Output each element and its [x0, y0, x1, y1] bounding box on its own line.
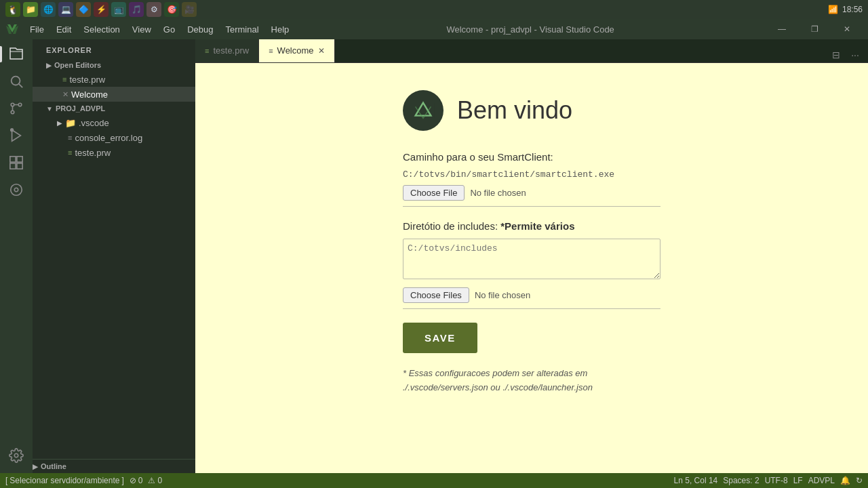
- taskbar-icon-7[interactable]: 📺: [111, 2, 126, 17]
- file-icon-console: ≡: [68, 134, 72, 142]
- explorer-activity-icon[interactable]: [4, 42, 28, 66]
- taskbar-icon-4[interactable]: 💻: [58, 2, 73, 17]
- svg-rect-8: [17, 157, 22, 162]
- eol-status[interactable]: LF: [793, 476, 803, 485]
- proj-advpl-section[interactable]: ▼ PROJ_ADVPL: [33, 102, 195, 115]
- window-title: Welcome - proj_advpl - Visual Studio Cod…: [296, 24, 765, 35]
- branch-status-item[interactable]: [ Selecionar servdidor/ambiente ]: [5, 476, 124, 485]
- tab-close-welcome[interactable]: ✕: [318, 46, 325, 56]
- menu-terminal[interactable]: Terminal: [220, 22, 264, 37]
- menu-help[interactable]: Help: [266, 22, 295, 37]
- sync-status[interactable]: ↻: [856, 476, 863, 485]
- activity-bar: [0, 39, 33, 473]
- position-status[interactable]: Ln 5, Col 14: [674, 476, 718, 485]
- menu-file[interactable]: File: [24, 22, 50, 37]
- error-status-item[interactable]: ⊘ 0: [130, 476, 143, 485]
- tab-icon-teste: ≡: [205, 47, 209, 55]
- os-time: 18:56: [842, 5, 863, 14]
- smartclient-no-file: No file chosen: [470, 188, 526, 198]
- maximize-button[interactable]: ❐: [799, 20, 830, 39]
- includes-divider: [403, 308, 660, 309]
- menu-selection[interactable]: Selection: [78, 22, 125, 37]
- sidebar-item-teste-prw[interactable]: ≡ teste.prw: [33, 145, 195, 160]
- sidebar-item-welcome-open[interactable]: ✕ Welcome: [33, 87, 195, 102]
- search-activity-icon[interactable]: [4, 69, 28, 94]
- close-button[interactable]: ✕: [831, 20, 863, 39]
- svg-rect-9: [10, 163, 16, 169]
- sidebar: Explorer ▶ Open Editors ≡ teste.prw ✕ We…: [33, 39, 195, 473]
- choose-file-button[interactable]: Choose File: [403, 185, 465, 201]
- tab-welcome[interactable]: ≡ Welcome ✕: [259, 39, 334, 62]
- choose-files-button[interactable]: Choose Files: [403, 287, 469, 303]
- taskbar-icon-3[interactable]: 🌐: [41, 2, 56, 17]
- taskbar-icon-8[interactable]: 🎵: [129, 2, 144, 17]
- taskbar-icon-10[interactable]: 🎯: [164, 2, 179, 17]
- tab-teste-prw[interactable]: ≡ teste.prw: [195, 39, 259, 62]
- smartclient-label: Caminho para o seu SmartClient:: [403, 151, 660, 163]
- settings-activity-icon[interactable]: [4, 443, 28, 468]
- svg-point-0: [12, 77, 20, 85]
- includes-textarea[interactable]: [403, 239, 660, 279]
- footer-note: * Essas configuracoes podem ser alterada…: [403, 367, 660, 395]
- save-button[interactable]: SAVE: [403, 323, 477, 353]
- main-layout: Explorer ▶ Open Editors ≡ teste.prw ✕ We…: [0, 39, 868, 473]
- menu-view[interactable]: View: [127, 22, 157, 37]
- welcome-header: Bem vindo: [403, 90, 660, 131]
- close-icon-welcome[interactable]: ✕: [62, 90, 68, 99]
- status-bar-right: Ln 5, Col 14 Spaces: 2 UTF-8 LF ADVPL 🔔 …: [674, 476, 863, 485]
- os-bar: 🐧 📁 🌐 💻 🔷 ⚡ 📺 🎵 ⚙ 🎯 🎥 📶 18:56: [0, 0, 868, 19]
- split-editor-button[interactable]: ⊟: [829, 47, 844, 62]
- outline-chevron: ▶: [33, 463, 38, 470]
- sidebar-header: Explorer: [33, 39, 195, 58]
- smartclient-divider: [403, 206, 660, 207]
- sidebar-item-teste-prw-open[interactable]: ≡ teste.prw: [33, 72, 195, 87]
- tab-label-welcome: Welcome: [277, 45, 314, 56]
- taskbar-icon-1[interactable]: 🐧: [5, 2, 20, 17]
- proj-advpl-chevron: ▼: [46, 105, 53, 113]
- warning-icon: ⚠: [148, 476, 155, 485]
- open-editors-label: Open Editors: [54, 61, 101, 69]
- file-icon-teste: ≡: [62, 75, 66, 83]
- smartclient-file-row: Choose File No file chosen: [403, 185, 660, 201]
- tabs-actions: ⊟ ···: [823, 47, 868, 62]
- notification-status[interactable]: 🔔: [840, 476, 850, 485]
- branch-icon: [: [5, 476, 7, 485]
- more-actions-button[interactable]: ···: [848, 47, 863, 62]
- tab-icon-welcome: ≡: [269, 47, 273, 55]
- svg-line-1: [19, 84, 22, 87]
- app-logo: [5, 22, 19, 36]
- remote-activity-icon[interactable]: [4, 178, 28, 202]
- menu-go[interactable]: Go: [158, 22, 180, 37]
- welcome-title: Bem vindo: [457, 96, 572, 125]
- menu-edit[interactable]: Edit: [51, 22, 77, 37]
- svg-point-12: [14, 188, 18, 192]
- outline-label: Outline: [41, 462, 66, 470]
- spaces-status[interactable]: Spaces: 2: [723, 476, 759, 485]
- svg-point-2: [11, 103, 14, 106]
- svg-point-11: [11, 184, 22, 196]
- svg-point-13: [14, 453, 18, 458]
- status-bar: [ Selecionar servdidor/ambiente ] ⊘ 0 ⚠ …: [0, 473, 868, 488]
- extensions-activity-icon[interactable]: [4, 150, 28, 175]
- tabs-bar: ≡ teste.prw ≡ Welcome ✕ ⊟ ···: [195, 39, 868, 63]
- taskbar-icon-5[interactable]: 🔷: [76, 2, 91, 17]
- encoding-status[interactable]: UTF-8: [765, 476, 788, 485]
- tab-label-teste: teste.prw: [213, 45, 249, 56]
- sidebar-item-vscode-folder[interactable]: ▶ 📁 .vscode: [33, 115, 195, 130]
- debug-activity-icon[interactable]: [4, 123, 28, 148]
- taskbar-icon-6[interactable]: ⚡: [94, 2, 108, 17]
- taskbar-icon-2[interactable]: 📁: [23, 2, 38, 17]
- sidebar-item-console-error[interactable]: ≡ console_error.log: [33, 130, 195, 145]
- taskbar-icon-9[interactable]: ⚙: [146, 2, 161, 17]
- scm-activity-icon[interactable]: [4, 96, 28, 121]
- language-status[interactable]: ADVPL: [808, 476, 835, 485]
- window-controls: — ❐ ✕: [766, 20, 863, 39]
- minimize-button[interactable]: —: [766, 20, 797, 39]
- warning-status-item[interactable]: ⚠ 0: [148, 476, 162, 485]
- open-editors-section[interactable]: ▶ Open Editors: [33, 58, 195, 72]
- sync-icon: ↻: [856, 476, 863, 485]
- outline-section[interactable]: ▶ Outline: [33, 459, 195, 473]
- os-bar-apps: 🐧 📁 🌐 💻 🔷 ⚡ 📺 🎵 ⚙ 🎯 🎥: [5, 2, 197, 17]
- taskbar-icon-11[interactable]: 🎥: [182, 2, 197, 17]
- menu-debug[interactable]: Debug: [182, 22, 218, 37]
